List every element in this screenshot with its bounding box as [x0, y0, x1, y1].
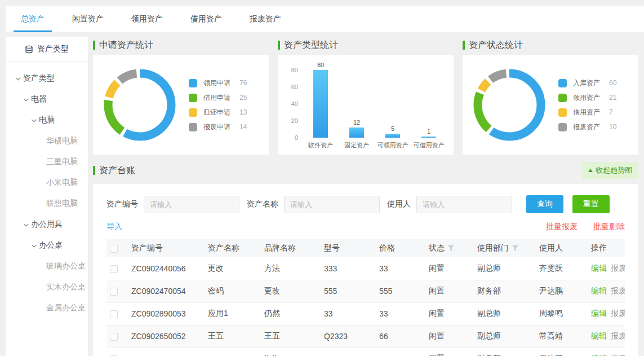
- cell-actions: 编辑报废删除: [588, 325, 625, 348]
- chevron-down-icon: [16, 76, 20, 80]
- scrap-link[interactable]: 报废: [611, 309, 625, 318]
- cell-model: W434: [321, 348, 376, 356]
- tree-leaf[interactable]: 玻璃办公桌: [6, 256, 88, 276]
- cell-status: 闲置: [425, 280, 474, 302]
- x-axis-label: 固定资产: [337, 141, 376, 150]
- ledger-title: 资产台账: [93, 162, 135, 179]
- cell-dept: 财务部: [474, 348, 536, 356]
- chart-title: 资产状态统计: [463, 37, 638, 54]
- search-field-label: 资产编号: [106, 199, 138, 209]
- legend-label: 入库资产: [573, 78, 609, 88]
- bar: [421, 137, 436, 138]
- select-all-checkbox[interactable]: [110, 245, 118, 253]
- y-axis-tick: 0: [278, 134, 298, 141]
- cell-user: 齐雯跃: [536, 257, 588, 280]
- cell-code: ZC0902470054: [128, 280, 205, 302]
- filter-icon[interactable]: [448, 245, 454, 251]
- legend-swatch-icon: [189, 108, 197, 117]
- tree-node[interactable]: 办公用具: [6, 214, 88, 235]
- cell-user: 常高靖: [536, 325, 588, 348]
- chevron-down-icon: [32, 117, 36, 122]
- legend-value: 60: [609, 79, 616, 87]
- tree-leaf[interactable]: 联想电脑: [6, 193, 88, 214]
- tree-leaf[interactable]: 三星电脑: [6, 151, 88, 172]
- edit-link[interactable]: 编辑: [591, 309, 607, 318]
- scrap-link[interactable]: 报废: [611, 331, 625, 340]
- legend-swatch-icon: [189, 123, 197, 131]
- green-bar-icon: [93, 166, 95, 175]
- top-tab[interactable]: 借用资产: [183, 6, 229, 32]
- row-checkbox-cell: [106, 348, 128, 356]
- cell-model: 33: [321, 302, 376, 325]
- tree-leaf[interactable]: 金属办公桌: [6, 297, 88, 318]
- chart-block: 资产状态统计入库资产60领用资产21借用资产7报废资产10: [463, 37, 638, 155]
- chart-title-text: 资产类型统计: [284, 39, 338, 51]
- tree-node[interactable]: 办公桌: [6, 235, 88, 256]
- batch-scrap-link[interactable]: 批量报废: [546, 222, 578, 232]
- legend-swatch-icon: [189, 94, 197, 102]
- column-header-label: 使用部门: [477, 243, 509, 252]
- row-checkbox[interactable]: [110, 310, 118, 318]
- column-header-label: 资产名称: [208, 243, 239, 252]
- row-checkbox[interactable]: [110, 265, 118, 273]
- search-input[interactable]: [144, 196, 239, 213]
- tree-leaf[interactable]: 小米电脑: [6, 172, 88, 193]
- reset-button[interactable]: 重置: [572, 195, 610, 213]
- green-bar-icon: [278, 41, 280, 50]
- edit-link[interactable]: 编辑: [591, 354, 607, 356]
- batch-delete-link[interactable]: 批量删除: [593, 222, 625, 232]
- legend-value: 7: [609, 108, 613, 116]
- x-axis-label: 可领用资产: [374, 141, 412, 150]
- cell-price: 33: [376, 302, 425, 325]
- search-input[interactable]: [416, 196, 512, 213]
- y-axis-tick: 60: [278, 83, 298, 90]
- links-row: 导入 批量报废 批量删除: [106, 222, 625, 232]
- top-tab-bar: 总资产闲置资产领用资产借用资产报废资产: [6, 6, 644, 32]
- edit-link[interactable]: 编辑: [591, 286, 607, 295]
- caret-up-icon: [588, 169, 593, 172]
- collapse-trend-button[interactable]: 收起趋势图: [582, 162, 638, 179]
- top-tab[interactable]: 闲置资产: [65, 6, 111, 32]
- asset-management-page: 总资产闲置资产领用资产借用资产报废资产 资产类型 资产类型电器电脑华硕电脑三星电…: [0, 0, 644, 356]
- chart-title-text: 申请资产统计: [99, 39, 153, 51]
- tree-item-label: 实木办公桌: [46, 282, 86, 292]
- main-area: 申请资产统计领用申请76借用申请25归还申请13报废申请14资产类型统计0204…: [93, 37, 644, 356]
- cell-name: 应用1: [205, 302, 261, 325]
- tree-node[interactable]: 资产类型: [6, 68, 88, 89]
- bar: [313, 70, 328, 138]
- top-tab[interactable]: 领用资产: [124, 6, 170, 32]
- column-header-label: 状态: [429, 243, 445, 252]
- y-axis-tick: 40: [278, 100, 298, 107]
- scrap-link[interactable]: 报废: [611, 286, 625, 295]
- green-bar-icon: [93, 41, 95, 50]
- cell-code: ZC0902440056: [128, 257, 205, 280]
- filter-icon[interactable]: [512, 245, 518, 251]
- tree-leaf[interactable]: 实木办公桌: [6, 276, 88, 297]
- legend-value: 14: [239, 123, 247, 131]
- edit-link[interactable]: 编辑: [591, 331, 607, 340]
- table-row: ZC0902440056更改方法33333闲置副总师齐雯跃编辑报废删除: [106, 257, 625, 280]
- row-checkbox[interactable]: [110, 333, 118, 341]
- tree-leaf[interactable]: 华硕电脑: [6, 130, 88, 151]
- tree-node[interactable]: 电器: [6, 89, 88, 109]
- top-tab[interactable]: 总资产: [14, 6, 52, 32]
- edit-link[interactable]: 编辑: [591, 263, 607, 273]
- scrap-link[interactable]: 报废: [611, 354, 625, 356]
- row-checkbox[interactable]: [110, 288, 118, 296]
- column-header-label: 价格: [379, 243, 395, 252]
- legend-label: 领用申请: [203, 78, 239, 88]
- search-input[interactable]: [284, 196, 380, 213]
- legend-label: 借用资产: [573, 108, 609, 117]
- cell-model: 555: [321, 280, 376, 302]
- cell-code: ZC0902380048: [128, 348, 205, 356]
- tree-item-label: 电器: [31, 94, 47, 104]
- query-button[interactable]: 查询: [526, 195, 563, 213]
- scrap-link[interactable]: 报废: [611, 263, 625, 273]
- legend-item: 借用资产7: [558, 105, 616, 120]
- import-link[interactable]: 导入: [106, 222, 122, 232]
- column-header-label: 型号: [324, 243, 340, 252]
- tree-node[interactable]: 电脑: [6, 109, 88, 130]
- top-tab[interactable]: 报废资产: [242, 6, 288, 32]
- column-header-label: 使用人: [539, 243, 563, 252]
- chevron-down-icon: [32, 243, 36, 247]
